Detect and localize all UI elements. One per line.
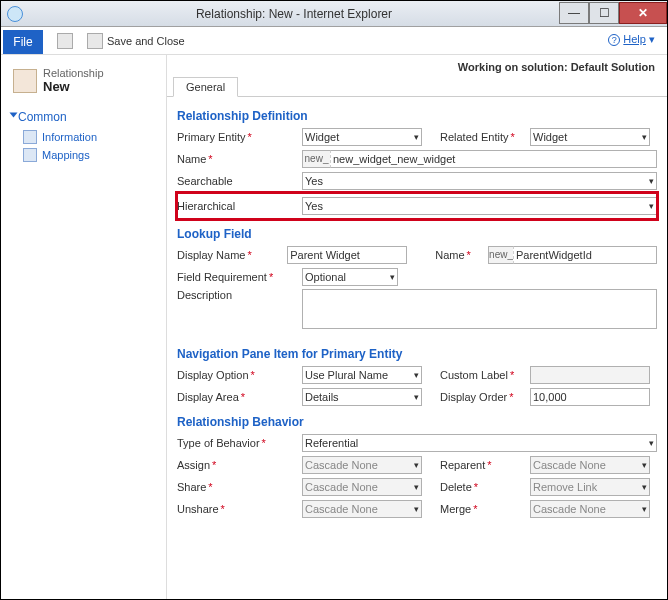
form-body: Relationship Definition Primary Entity* …	[167, 97, 667, 599]
primary-entity-select[interactable]: Widget▾	[302, 128, 422, 146]
save-close-icon	[87, 33, 103, 49]
display-order-input[interactable]	[530, 388, 650, 406]
label-delete: Delete*	[440, 481, 530, 493]
merge-select: Cascade None▾	[530, 500, 650, 518]
mappings-icon	[23, 148, 37, 162]
chevron-down-icon: ▾	[410, 460, 419, 470]
label-primary-entity: Primary Entity*	[177, 131, 302, 143]
nav-item-label: Mappings	[42, 149, 90, 161]
nav-section-label: Common	[18, 110, 67, 124]
reparent-select: Cascade None▾	[530, 456, 650, 474]
file-menu[interactable]: File	[3, 30, 43, 54]
window-titlebar: Relationship: New - Internet Explorer — …	[1, 1, 667, 27]
label-searchable: Searchable	[177, 175, 302, 187]
ie-icon	[7, 6, 23, 22]
save-icon	[57, 33, 73, 49]
chevron-down-icon: ▾	[410, 370, 419, 380]
tab-general[interactable]: General	[173, 77, 238, 97]
help-label: Help	[623, 33, 646, 45]
label-display-option: Display Option*	[177, 369, 302, 381]
chevron-down-icon: ▾	[386, 272, 395, 282]
label-description: Description	[177, 289, 302, 301]
label-assign: Assign*	[177, 459, 302, 471]
section-definition: Relationship Definition	[177, 109, 657, 123]
assign-select: Cascade None▾	[302, 456, 422, 474]
label-custom-label: Custom Label*	[440, 369, 530, 381]
lookup-name-prefix: new_	[488, 246, 513, 264]
maximize-button[interactable]: ☐	[589, 2, 619, 24]
lookup-name-input[interactable]	[513, 246, 657, 264]
label-related-entity: Related Entity*	[440, 131, 530, 143]
hierarchical-highlight: Hierarchical Yes▾	[177, 193, 657, 219]
nav-section-common[interactable]: Common	[11, 110, 156, 124]
close-button[interactable]: ✕	[619, 2, 667, 24]
solution-info: Working on solution: Default Solution	[167, 55, 667, 75]
record-type: Relationship	[43, 67, 104, 79]
triangle-icon	[10, 113, 18, 118]
display-option-select[interactable]: Use Plural Name▾	[302, 366, 422, 384]
name-input[interactable]	[330, 150, 657, 168]
searchable-select[interactable]: Yes▾	[302, 172, 657, 190]
name-prefix: new_	[302, 150, 330, 168]
record-name: New	[43, 79, 104, 94]
help-link[interactable]: ?Help ▾	[608, 33, 655, 46]
type-behavior-select[interactable]: Referential▾	[302, 434, 657, 452]
save-and-close-button[interactable]: Save and Close	[87, 33, 185, 49]
chevron-down-icon: ▾	[638, 482, 647, 492]
label-merge: Merge*	[440, 503, 530, 515]
display-area-select[interactable]: Details▾	[302, 388, 422, 406]
chevron-down-icon: ▾	[638, 504, 647, 514]
label-hierarchical: Hierarchical	[177, 200, 302, 212]
chevron-down-icon: ▾	[410, 132, 419, 142]
chevron-down-icon: ▾	[645, 438, 654, 448]
display-name-input[interactable]	[287, 246, 407, 264]
description-textarea[interactable]	[302, 289, 657, 329]
nav-item-label: Information	[42, 131, 97, 143]
chevron-down-icon: ▾	[645, 201, 654, 211]
label-display-name: Display Name*	[177, 249, 287, 261]
label-unshare: Unshare*	[177, 503, 302, 515]
help-icon: ?	[608, 34, 620, 46]
label-display-area: Display Area*	[177, 391, 302, 403]
chevron-down-icon: ▾	[638, 460, 647, 470]
label-lookup-name: Name*	[435, 249, 488, 261]
window-title: Relationship: New - Internet Explorer	[29, 7, 559, 21]
nav-information[interactable]: Information	[23, 130, 156, 144]
record-header: Relationship New	[13, 67, 156, 94]
unshare-select: Cascade None▾	[302, 500, 422, 518]
minimize-button[interactable]: —	[559, 2, 589, 24]
chevron-down-icon: ▾	[410, 392, 419, 402]
field-requirement-select[interactable]: Optional▾	[302, 268, 398, 286]
share-select: Cascade None▾	[302, 478, 422, 496]
chevron-down-icon: ▾	[638, 132, 647, 142]
label-reparent: Reparent*	[440, 459, 530, 471]
save-and-close-label: Save and Close	[107, 35, 185, 47]
chevron-down-icon: ▾	[645, 176, 654, 186]
label-share: Share*	[177, 481, 302, 493]
delete-select: Remove Link▾	[530, 478, 650, 496]
hierarchical-select[interactable]: Yes▾	[302, 197, 657, 215]
toolbar: File Save and Close ?Help ▾	[1, 27, 667, 55]
save-button[interactable]	[57, 33, 77, 49]
chevron-down-icon: ▾	[410, 504, 419, 514]
nav-mappings[interactable]: Mappings	[23, 148, 156, 162]
section-navpane: Navigation Pane Item for Primary Entity	[177, 347, 657, 361]
section-lookup: Lookup Field	[177, 227, 657, 241]
custom-label-input	[530, 366, 650, 384]
related-entity-select[interactable]: Widget▾	[530, 128, 650, 146]
label-display-order: Display Order*	[440, 391, 530, 403]
section-behavior: Relationship Behavior	[177, 415, 657, 429]
label-type-behavior: Type of Behavior*	[177, 437, 302, 449]
info-icon	[23, 130, 37, 144]
chevron-down-icon: ▾	[410, 482, 419, 492]
label-field-req: Field Requirement*	[177, 271, 302, 283]
relationship-icon	[13, 69, 37, 93]
label-name: Name*	[177, 153, 302, 165]
